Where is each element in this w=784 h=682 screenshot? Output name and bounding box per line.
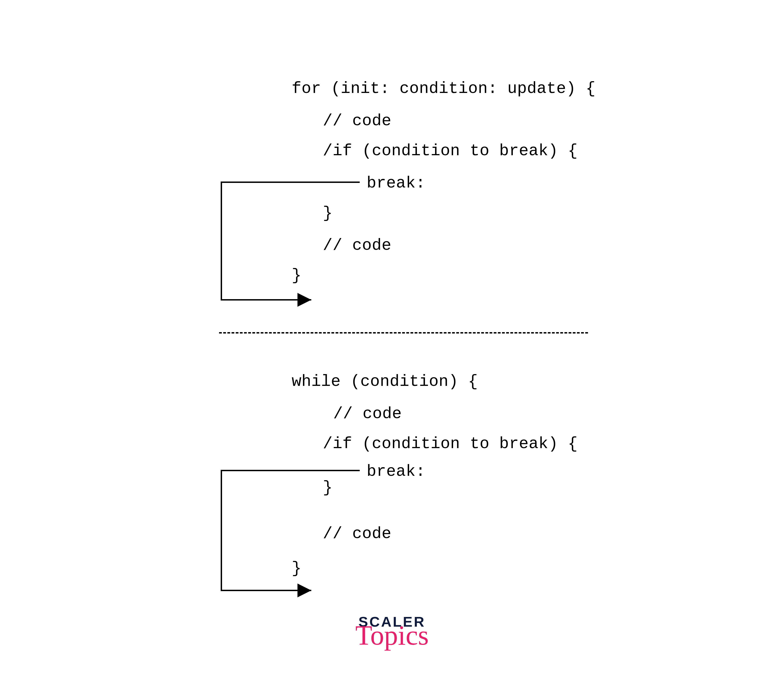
scaler-topics-logo: SCALER Topics	[355, 613, 429, 649]
break-arrow-while	[0, 0, 784, 682]
logo-topics-text: Topics	[355, 621, 429, 649]
diagram-canvas: for (init: condition: update) { // code …	[0, 0, 784, 682]
